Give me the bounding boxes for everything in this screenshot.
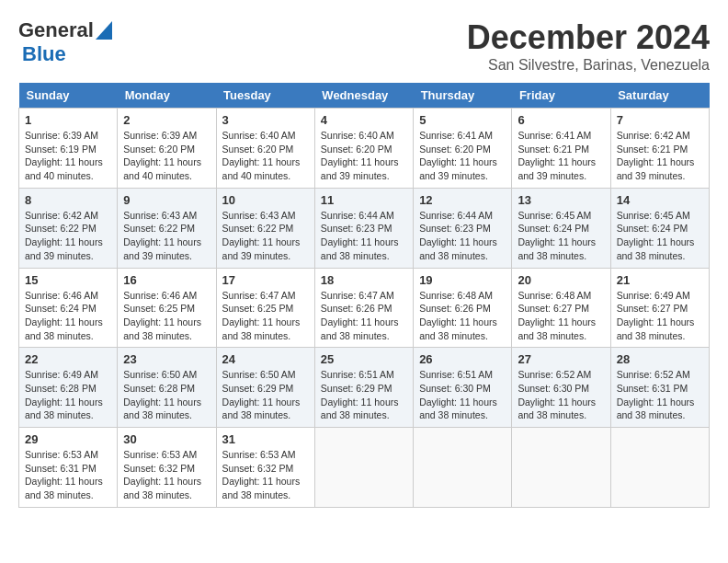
day-number: 14	[617, 193, 703, 207]
day-number: 29	[25, 432, 111, 446]
calendar-cell: 25Sunrise: 6:51 AMSunset: 6:29 PMDayligh…	[314, 348, 413, 428]
calendar-cell: 20Sunrise: 6:48 AMSunset: 6:27 PMDayligh…	[512, 268, 610, 348]
calendar-cell: 29Sunrise: 6:53 AMSunset: 6:31 PMDayligh…	[19, 428, 118, 508]
calendar-cell	[610, 428, 709, 508]
calendar-week-row: 29Sunrise: 6:53 AMSunset: 6:31 PMDayligh…	[19, 428, 710, 508]
calendar-cell: 30Sunrise: 6:53 AMSunset: 6:32 PMDayligh…	[118, 428, 216, 508]
day-info: Sunrise: 6:51 AMSunset: 6:30 PMDaylight:…	[419, 368, 506, 422]
calendar-cell: 9Sunrise: 6:43 AMSunset: 6:22 PMDaylight…	[118, 188, 216, 268]
day-number: 19	[419, 273, 506, 287]
calendar-week-row: 1Sunrise: 6:39 AMSunset: 6:19 PMDaylight…	[19, 109, 710, 189]
logo: General Blue	[18, 18, 112, 66]
day-number: 11	[321, 193, 407, 207]
day-info: Sunrise: 6:43 AMSunset: 6:22 PMDaylight:…	[123, 209, 210, 263]
day-number: 9	[123, 193, 210, 207]
day-info: Sunrise: 6:51 AMSunset: 6:29 PMDaylight:…	[321, 368, 407, 422]
day-info: Sunrise: 6:49 AMSunset: 6:27 PMDaylight:…	[617, 289, 703, 343]
calendar-cell: 27Sunrise: 6:52 AMSunset: 6:30 PMDayligh…	[512, 348, 610, 428]
day-info: Sunrise: 6:48 AMSunset: 6:27 PMDaylight:…	[518, 289, 604, 343]
calendar-cell: 26Sunrise: 6:51 AMSunset: 6:30 PMDayligh…	[414, 348, 512, 428]
page-header: General Blue December 2024 San Silvestre…	[18, 18, 710, 74]
calendar-header-sunday: Sunday	[19, 83, 118, 109]
day-info: Sunrise: 6:50 AMSunset: 6:28 PMDaylight:…	[123, 368, 210, 422]
day-number: 22	[25, 352, 111, 366]
calendar-cell: 21Sunrise: 6:49 AMSunset: 6:27 PMDayligh…	[610, 268, 709, 348]
calendar-cell: 1Sunrise: 6:39 AMSunset: 6:19 PMDaylight…	[19, 109, 118, 189]
calendar-cell: 31Sunrise: 6:53 AMSunset: 6:32 PMDayligh…	[216, 428, 314, 508]
day-number: 31	[222, 432, 309, 446]
day-info: Sunrise: 6:43 AMSunset: 6:22 PMDaylight:…	[222, 209, 309, 263]
day-number: 16	[123, 273, 210, 287]
calendar-cell: 5Sunrise: 6:41 AMSunset: 6:20 PMDaylight…	[414, 109, 512, 189]
logo-general-text: General	[18, 18, 94, 42]
day-info: Sunrise: 6:41 AMSunset: 6:21 PMDaylight:…	[518, 129, 604, 183]
calendar-header-thursday: Thursday	[414, 83, 512, 109]
calendar-cell: 15Sunrise: 6:46 AMSunset: 6:24 PMDayligh…	[19, 268, 118, 348]
day-number: 3	[222, 113, 309, 127]
calendar-cell: 8Sunrise: 6:42 AMSunset: 6:22 PMDaylight…	[19, 188, 118, 268]
calendar-week-row: 15Sunrise: 6:46 AMSunset: 6:24 PMDayligh…	[19, 268, 710, 348]
day-info: Sunrise: 6:44 AMSunset: 6:23 PMDaylight:…	[321, 209, 407, 263]
day-number: 17	[222, 273, 309, 287]
day-number: 8	[25, 193, 111, 207]
calendar-cell: 24Sunrise: 6:50 AMSunset: 6:29 PMDayligh…	[216, 348, 314, 428]
day-info: Sunrise: 6:40 AMSunset: 6:20 PMDaylight:…	[321, 129, 407, 183]
day-info: Sunrise: 6:53 AMSunset: 6:32 PMDaylight:…	[123, 448, 210, 502]
day-number: 4	[321, 113, 407, 127]
calendar-cell: 17Sunrise: 6:47 AMSunset: 6:25 PMDayligh…	[216, 268, 314, 348]
day-info: Sunrise: 6:50 AMSunset: 6:29 PMDaylight:…	[222, 368, 309, 422]
calendar-cell: 10Sunrise: 6:43 AMSunset: 6:22 PMDayligh…	[216, 188, 314, 268]
day-number: 23	[123, 352, 210, 366]
day-number: 6	[518, 113, 604, 127]
day-info: Sunrise: 6:53 AMSunset: 6:31 PMDaylight:…	[25, 448, 111, 502]
day-info: Sunrise: 6:46 AMSunset: 6:24 PMDaylight:…	[25, 289, 111, 343]
calendar-cell: 11Sunrise: 6:44 AMSunset: 6:23 PMDayligh…	[314, 188, 413, 268]
day-number: 18	[321, 273, 407, 287]
calendar-cell: 2Sunrise: 6:39 AMSunset: 6:20 PMDaylight…	[118, 109, 216, 189]
day-number: 13	[518, 193, 604, 207]
day-info: Sunrise: 6:40 AMSunset: 6:20 PMDaylight:…	[222, 129, 309, 183]
day-number: 5	[419, 113, 506, 127]
day-info: Sunrise: 6:42 AMSunset: 6:22 PMDaylight:…	[25, 209, 111, 263]
day-info: Sunrise: 6:44 AMSunset: 6:23 PMDaylight:…	[419, 209, 506, 263]
calendar-cell: 19Sunrise: 6:48 AMSunset: 6:26 PMDayligh…	[414, 268, 512, 348]
day-number: 21	[617, 273, 703, 287]
calendar-cell	[314, 428, 413, 508]
subtitle: San Silvestre, Barinas, Venezuela	[467, 57, 710, 74]
calendar-cell: 4Sunrise: 6:40 AMSunset: 6:20 PMDaylight…	[314, 109, 413, 189]
day-number: 28	[617, 352, 703, 366]
calendar-cell: 22Sunrise: 6:49 AMSunset: 6:28 PMDayligh…	[19, 348, 118, 428]
day-info: Sunrise: 6:42 AMSunset: 6:21 PMDaylight:…	[617, 129, 703, 183]
calendar-week-row: 8Sunrise: 6:42 AMSunset: 6:22 PMDaylight…	[19, 188, 710, 268]
day-number: 27	[518, 352, 604, 366]
calendar-cell: 13Sunrise: 6:45 AMSunset: 6:24 PMDayligh…	[512, 188, 610, 268]
calendar-cell	[414, 428, 512, 508]
day-number: 1	[25, 113, 111, 127]
calendar-cell	[512, 428, 610, 508]
day-number: 30	[123, 432, 210, 446]
day-number: 7	[617, 113, 703, 127]
day-info: Sunrise: 6:46 AMSunset: 6:25 PMDaylight:…	[123, 289, 210, 343]
calendar-table: SundayMondayTuesdayWednesdayThursdayFrid…	[18, 83, 710, 508]
calendar-header-wednesday: Wednesday	[314, 83, 413, 109]
day-info: Sunrise: 6:49 AMSunset: 6:28 PMDaylight:…	[25, 368, 111, 422]
calendar-header-row: SundayMondayTuesdayWednesdayThursdayFrid…	[19, 83, 710, 109]
day-info: Sunrise: 6:52 AMSunset: 6:30 PMDaylight:…	[518, 368, 604, 422]
svg-marker-0	[96, 21, 112, 40]
calendar-week-row: 22Sunrise: 6:49 AMSunset: 6:28 PMDayligh…	[19, 348, 710, 428]
calendar-header-saturday: Saturday	[610, 83, 709, 109]
day-info: Sunrise: 6:41 AMSunset: 6:20 PMDaylight:…	[419, 129, 506, 183]
calendar-cell: 7Sunrise: 6:42 AMSunset: 6:21 PMDaylight…	[610, 109, 709, 189]
day-info: Sunrise: 6:45 AMSunset: 6:24 PMDaylight:…	[518, 209, 604, 263]
day-number: 15	[25, 273, 111, 287]
day-info: Sunrise: 6:48 AMSunset: 6:26 PMDaylight:…	[419, 289, 506, 343]
day-number: 20	[518, 273, 604, 287]
calendar-cell: 6Sunrise: 6:41 AMSunset: 6:21 PMDaylight…	[512, 109, 610, 189]
day-info: Sunrise: 6:47 AMSunset: 6:26 PMDaylight:…	[321, 289, 407, 343]
day-number: 25	[321, 352, 407, 366]
day-number: 2	[123, 113, 210, 127]
main-title: December 2024	[467, 18, 710, 57]
day-info: Sunrise: 6:52 AMSunset: 6:31 PMDaylight:…	[617, 368, 703, 422]
calendar-cell: 14Sunrise: 6:45 AMSunset: 6:24 PMDayligh…	[610, 188, 709, 268]
day-number: 24	[222, 352, 309, 366]
